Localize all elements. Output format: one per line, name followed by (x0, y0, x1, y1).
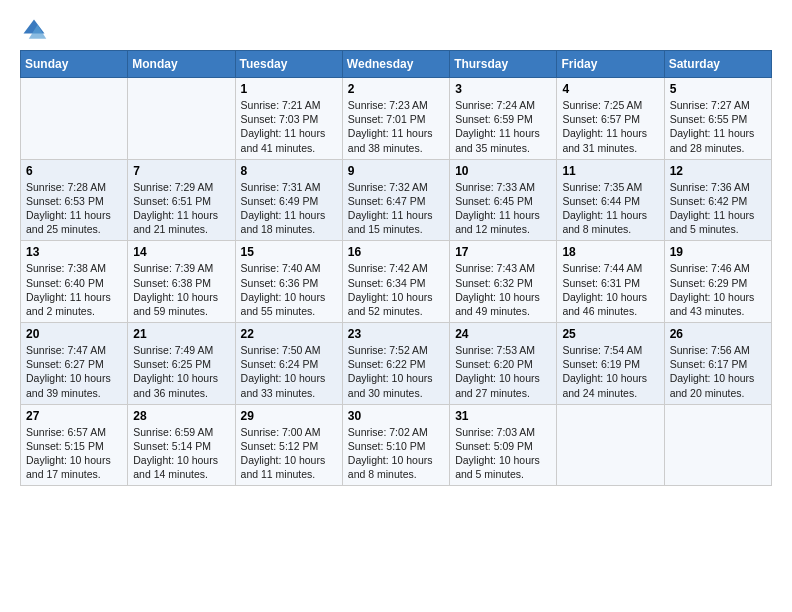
calendar-cell: 20Sunrise: 7:47 AMSunset: 6:27 PMDayligh… (21, 323, 128, 405)
day-info: Sunrise: 7:42 AMSunset: 6:34 PMDaylight:… (348, 261, 444, 318)
day-info: Sunrise: 6:59 AMSunset: 5:14 PMDaylight:… (133, 425, 229, 482)
day-info: Sunrise: 7:40 AMSunset: 6:36 PMDaylight:… (241, 261, 337, 318)
weekday-header-wednesday: Wednesday (342, 51, 449, 78)
calendar-cell (128, 78, 235, 160)
day-number: 27 (26, 409, 122, 423)
day-info: Sunrise: 7:29 AMSunset: 6:51 PMDaylight:… (133, 180, 229, 237)
day-number: 13 (26, 245, 122, 259)
day-info: Sunrise: 7:35 AMSunset: 6:44 PMDaylight:… (562, 180, 658, 237)
day-number: 24 (455, 327, 551, 341)
day-number: 2 (348, 82, 444, 96)
weekday-header-sunday: Sunday (21, 51, 128, 78)
day-info: Sunrise: 7:47 AMSunset: 6:27 PMDaylight:… (26, 343, 122, 400)
calendar-week-row: 1Sunrise: 7:21 AMSunset: 7:03 PMDaylight… (21, 78, 772, 160)
day-info: Sunrise: 7:36 AMSunset: 6:42 PMDaylight:… (670, 180, 766, 237)
day-info: Sunrise: 7:03 AMSunset: 5:09 PMDaylight:… (455, 425, 551, 482)
day-info: Sunrise: 7:24 AMSunset: 6:59 PMDaylight:… (455, 98, 551, 155)
day-number: 20 (26, 327, 122, 341)
weekday-header-saturday: Saturday (664, 51, 771, 78)
day-number: 23 (348, 327, 444, 341)
day-info: Sunrise: 7:53 AMSunset: 6:20 PMDaylight:… (455, 343, 551, 400)
calendar-cell: 29Sunrise: 7:00 AMSunset: 5:12 PMDayligh… (235, 404, 342, 486)
calendar-cell: 5Sunrise: 7:27 AMSunset: 6:55 PMDaylight… (664, 78, 771, 160)
day-info: Sunrise: 7:46 AMSunset: 6:29 PMDaylight:… (670, 261, 766, 318)
weekday-header-thursday: Thursday (450, 51, 557, 78)
calendar-cell: 1Sunrise: 7:21 AMSunset: 7:03 PMDaylight… (235, 78, 342, 160)
day-info: Sunrise: 7:38 AMSunset: 6:40 PMDaylight:… (26, 261, 122, 318)
day-info: Sunrise: 7:56 AMSunset: 6:17 PMDaylight:… (670, 343, 766, 400)
calendar-cell: 22Sunrise: 7:50 AMSunset: 6:24 PMDayligh… (235, 323, 342, 405)
day-number: 31 (455, 409, 551, 423)
calendar-week-row: 13Sunrise: 7:38 AMSunset: 6:40 PMDayligh… (21, 241, 772, 323)
day-number: 8 (241, 164, 337, 178)
day-number: 9 (348, 164, 444, 178)
day-info: Sunrise: 7:32 AMSunset: 6:47 PMDaylight:… (348, 180, 444, 237)
calendar-week-row: 6Sunrise: 7:28 AMSunset: 6:53 PMDaylight… (21, 159, 772, 241)
day-info: Sunrise: 7:27 AMSunset: 6:55 PMDaylight:… (670, 98, 766, 155)
day-number: 1 (241, 82, 337, 96)
day-info: Sunrise: 7:23 AMSunset: 7:01 PMDaylight:… (348, 98, 444, 155)
page-header (20, 16, 772, 44)
weekday-header-row: SundayMondayTuesdayWednesdayThursdayFrid… (21, 51, 772, 78)
day-info: Sunrise: 6:57 AMSunset: 5:15 PMDaylight:… (26, 425, 122, 482)
calendar-cell (557, 404, 664, 486)
day-info: Sunrise: 7:02 AMSunset: 5:10 PMDaylight:… (348, 425, 444, 482)
calendar-cell: 3Sunrise: 7:24 AMSunset: 6:59 PMDaylight… (450, 78, 557, 160)
calendar-table: SundayMondayTuesdayWednesdayThursdayFrid… (20, 50, 772, 486)
calendar-cell: 16Sunrise: 7:42 AMSunset: 6:34 PMDayligh… (342, 241, 449, 323)
day-info: Sunrise: 7:28 AMSunset: 6:53 PMDaylight:… (26, 180, 122, 237)
day-number: 12 (670, 164, 766, 178)
calendar-cell: 19Sunrise: 7:46 AMSunset: 6:29 PMDayligh… (664, 241, 771, 323)
calendar-cell: 8Sunrise: 7:31 AMSunset: 6:49 PMDaylight… (235, 159, 342, 241)
day-number: 10 (455, 164, 551, 178)
calendar-cell (664, 404, 771, 486)
calendar-week-row: 27Sunrise: 6:57 AMSunset: 5:15 PMDayligh… (21, 404, 772, 486)
calendar-cell: 10Sunrise: 7:33 AMSunset: 6:45 PMDayligh… (450, 159, 557, 241)
day-info: Sunrise: 7:44 AMSunset: 6:31 PMDaylight:… (562, 261, 658, 318)
day-number: 15 (241, 245, 337, 259)
day-number: 6 (26, 164, 122, 178)
day-number: 17 (455, 245, 551, 259)
calendar-cell: 27Sunrise: 6:57 AMSunset: 5:15 PMDayligh… (21, 404, 128, 486)
calendar-cell: 7Sunrise: 7:29 AMSunset: 6:51 PMDaylight… (128, 159, 235, 241)
day-info: Sunrise: 7:25 AMSunset: 6:57 PMDaylight:… (562, 98, 658, 155)
calendar-cell: 15Sunrise: 7:40 AMSunset: 6:36 PMDayligh… (235, 241, 342, 323)
day-number: 3 (455, 82, 551, 96)
weekday-header-friday: Friday (557, 51, 664, 78)
calendar-cell: 4Sunrise: 7:25 AMSunset: 6:57 PMDaylight… (557, 78, 664, 160)
calendar-cell: 26Sunrise: 7:56 AMSunset: 6:17 PMDayligh… (664, 323, 771, 405)
calendar-cell: 14Sunrise: 7:39 AMSunset: 6:38 PMDayligh… (128, 241, 235, 323)
calendar-week-row: 20Sunrise: 7:47 AMSunset: 6:27 PMDayligh… (21, 323, 772, 405)
calendar-cell: 25Sunrise: 7:54 AMSunset: 6:19 PMDayligh… (557, 323, 664, 405)
day-number: 25 (562, 327, 658, 341)
day-number: 5 (670, 82, 766, 96)
day-info: Sunrise: 7:43 AMSunset: 6:32 PMDaylight:… (455, 261, 551, 318)
calendar-cell: 17Sunrise: 7:43 AMSunset: 6:32 PMDayligh… (450, 241, 557, 323)
day-number: 19 (670, 245, 766, 259)
day-number: 14 (133, 245, 229, 259)
calendar-cell: 2Sunrise: 7:23 AMSunset: 7:01 PMDaylight… (342, 78, 449, 160)
day-number: 29 (241, 409, 337, 423)
calendar-cell: 13Sunrise: 7:38 AMSunset: 6:40 PMDayligh… (21, 241, 128, 323)
calendar-cell: 30Sunrise: 7:02 AMSunset: 5:10 PMDayligh… (342, 404, 449, 486)
day-number: 16 (348, 245, 444, 259)
day-info: Sunrise: 7:49 AMSunset: 6:25 PMDaylight:… (133, 343, 229, 400)
calendar-cell: 23Sunrise: 7:52 AMSunset: 6:22 PMDayligh… (342, 323, 449, 405)
day-info: Sunrise: 7:52 AMSunset: 6:22 PMDaylight:… (348, 343, 444, 400)
weekday-header-monday: Monday (128, 51, 235, 78)
day-info: Sunrise: 7:21 AMSunset: 7:03 PMDaylight:… (241, 98, 337, 155)
day-info: Sunrise: 7:39 AMSunset: 6:38 PMDaylight:… (133, 261, 229, 318)
calendar-cell: 21Sunrise: 7:49 AMSunset: 6:25 PMDayligh… (128, 323, 235, 405)
weekday-header-tuesday: Tuesday (235, 51, 342, 78)
day-info: Sunrise: 7:31 AMSunset: 6:49 PMDaylight:… (241, 180, 337, 237)
calendar-cell: 31Sunrise: 7:03 AMSunset: 5:09 PMDayligh… (450, 404, 557, 486)
day-info: Sunrise: 7:00 AMSunset: 5:12 PMDaylight:… (241, 425, 337, 482)
calendar-cell: 24Sunrise: 7:53 AMSunset: 6:20 PMDayligh… (450, 323, 557, 405)
day-number: 22 (241, 327, 337, 341)
calendar-cell: 9Sunrise: 7:32 AMSunset: 6:47 PMDaylight… (342, 159, 449, 241)
calendar-cell: 11Sunrise: 7:35 AMSunset: 6:44 PMDayligh… (557, 159, 664, 241)
logo (20, 16, 52, 44)
day-number: 11 (562, 164, 658, 178)
calendar-cell: 6Sunrise: 7:28 AMSunset: 6:53 PMDaylight… (21, 159, 128, 241)
calendar-cell: 18Sunrise: 7:44 AMSunset: 6:31 PMDayligh… (557, 241, 664, 323)
